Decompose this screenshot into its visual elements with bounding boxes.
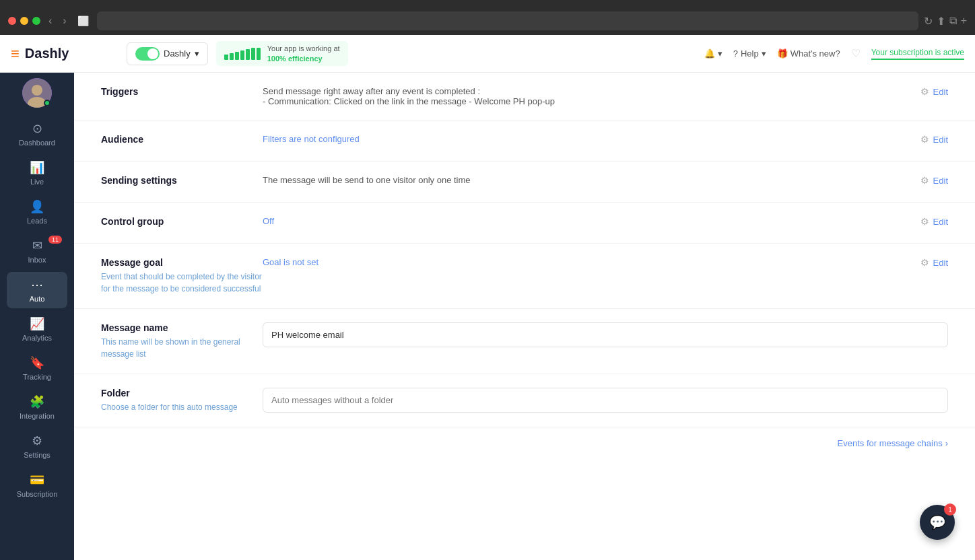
nav-right: 🔔 ▾ ? Help ▾ 🎁 What's new? ♡ Your subscr… xyxy=(704,47,964,60)
maximize-button[interactable] xyxy=(32,17,40,25)
sidebar-item-wrapper-settings: ⚙ Settings xyxy=(7,428,67,464)
triggers-edit-button[interactable]: Edit xyxy=(933,87,948,97)
message-name-label-col: Message name This name will be shown in … xyxy=(101,322,263,360)
sidebar-item-tracking[interactable]: 🔖 Tracking xyxy=(7,350,67,386)
svg-point-1 xyxy=(32,85,42,96)
content-area: Triggers Send message right away after a… xyxy=(74,73,975,560)
triggers-section: Triggers Send message right away after a… xyxy=(74,73,975,120)
whats-new-button[interactable]: 🎁 What's new? xyxy=(777,48,840,59)
sending-settings-section: Sending settings The message will be sen… xyxy=(74,162,975,203)
audience-section: Audience Filters are not configured ⚙ Ed… xyxy=(74,120,975,162)
sidebar-item-wrapper-auto: ⋯ Auto xyxy=(7,272,67,308)
bar-6 xyxy=(251,48,255,60)
efficiency-badge: Your app is working at 100% efficiency xyxy=(216,41,348,66)
sidebar-item-leads[interactable]: 👤 Leads xyxy=(7,194,67,230)
sidebar-item-wrapper-analytics: 📈 Analytics xyxy=(7,311,67,347)
triggers-label: Triggers xyxy=(101,86,263,97)
refresh-button[interactable]: ↻ xyxy=(924,15,933,28)
subscription-icon: 💳 xyxy=(30,473,44,487)
events-chain-link[interactable]: Events for message chains › xyxy=(74,427,975,459)
chat-badge: 1 xyxy=(944,503,956,516)
minimize-button[interactable] xyxy=(20,17,28,25)
efficiency-line1: Your app is working at xyxy=(267,44,340,53)
integration-icon: 🧩 xyxy=(30,394,44,409)
folder-sub: Choose a folder for this auto message xyxy=(101,401,263,413)
sending-settings-edit-button[interactable]: Edit xyxy=(933,176,948,186)
message-name-input[interactable] xyxy=(263,322,948,347)
sidebar-item-wrapper-tracking: 🔖 Tracking xyxy=(7,350,67,386)
triggers-line2: - Communication: Clicked on the link in … xyxy=(263,96,907,106)
bar-1 xyxy=(224,55,228,60)
new-tab-button[interactable]: ⧉ xyxy=(949,15,957,27)
analytics-icon: 📈 xyxy=(30,316,44,331)
heart-button[interactable]: ♡ xyxy=(851,47,861,60)
triggers-gear-icon: ⚙ xyxy=(920,86,929,97)
triggers-actions: ⚙ Edit xyxy=(920,86,948,97)
bar-4 xyxy=(240,50,244,60)
sending-settings-gear-icon: ⚙ xyxy=(920,175,929,186)
toggle-switch[interactable] xyxy=(135,47,160,61)
close-button[interactable] xyxy=(8,17,16,25)
triggers-content: Send message right away after any event … xyxy=(263,86,907,106)
help-icon: ? xyxy=(733,48,738,59)
toggle-knob xyxy=(147,48,158,59)
browser-actions: ↻ ⬆ ⧉ + xyxy=(924,15,967,28)
sidebar-label-inbox: Inbox xyxy=(28,256,46,264)
sidebar-item-integration[interactable]: 🧩 Integration xyxy=(7,389,67,425)
main-layout: ⊙ Dashboard 📊 Live 👤 Leads ✉ Inb xyxy=(0,73,975,560)
folder-label-col: Folder Choose a folder for this auto mes… xyxy=(101,388,263,413)
sidebar-label-subscription: Subscription xyxy=(17,490,58,498)
chat-widget[interactable]: 1 💬 xyxy=(920,505,955,540)
battery-bars xyxy=(224,48,261,60)
sidebar-item-live[interactable]: 📊 Live xyxy=(7,155,67,191)
message-goal-label: Message goal xyxy=(101,257,263,268)
control-group-edit-button[interactable]: Edit xyxy=(933,217,948,227)
audience-value: Filters are not configured xyxy=(263,134,360,144)
sending-settings-actions: ⚙ Edit xyxy=(920,175,948,186)
efficiency-text: Your app is working at 100% efficiency xyxy=(267,44,340,63)
audience-edit-button[interactable]: Edit xyxy=(933,135,948,145)
message-goal-edit-button[interactable]: Edit xyxy=(933,258,948,268)
online-indicator xyxy=(44,100,51,106)
efficiency-line2: 100% efficiency xyxy=(267,54,340,63)
chat-icon: 💬 xyxy=(929,514,946,530)
sidebar-item-subscription[interactable]: 💳 Subscription xyxy=(7,467,67,503)
workspace-selector[interactable]: Dashly ▾ xyxy=(127,42,208,65)
forward-button[interactable]: › xyxy=(60,12,69,30)
sidebar-item-inbox[interactable]: ✉ Inbox 11 xyxy=(7,233,67,269)
logo-icon: ≡ xyxy=(11,45,20,63)
sidebar-item-analytics[interactable]: 📈 Analytics xyxy=(7,311,67,347)
logo-area: ≡ Dashly xyxy=(11,45,119,63)
bell-button[interactable]: 🔔 ▾ xyxy=(704,48,722,59)
bar-7 xyxy=(257,48,261,60)
sidebar-label-auto: Auto xyxy=(30,295,45,303)
sidebar-toggle-button[interactable]: ⬜ xyxy=(75,13,92,29)
dashboard-icon: ⊙ xyxy=(32,121,42,136)
logo-text: Dashly xyxy=(25,46,69,61)
avatar-area xyxy=(22,78,52,108)
bar-3 xyxy=(235,52,239,60)
sidebar-item-settings[interactable]: ⚙ Settings xyxy=(7,428,67,464)
folder-label: Folder xyxy=(101,388,263,398)
inbox-badge: 11 xyxy=(48,236,62,244)
add-tab-button[interactable]: + xyxy=(961,15,967,27)
address-bar[interactable] xyxy=(97,11,918,30)
auto-icon: ⋯ xyxy=(31,277,43,292)
whats-new-label: What's new? xyxy=(791,48,840,59)
help-button[interactable]: ? Help ▾ xyxy=(733,48,766,59)
folder-input[interactable] xyxy=(263,388,948,413)
browser-chrome: ‹ › ⬜ ↻ ⬆ ⧉ + xyxy=(0,0,975,35)
app-wrapper: ≡ Dashly Dashly ▾ Your ap xyxy=(0,35,975,560)
back-button[interactable]: ‹ xyxy=(46,12,55,30)
sidebar-item-dashboard[interactable]: ⊙ Dashboard xyxy=(7,116,67,152)
settings-icon: ⚙ xyxy=(32,433,42,448)
gift-icon: 🎁 xyxy=(777,48,788,59)
sidebar-item-auto[interactable]: ⋯ Auto xyxy=(7,272,67,308)
message-goal-content: Goal is not set xyxy=(263,257,907,267)
triggers-label-col: Triggers xyxy=(101,86,263,100)
share-button[interactable]: ⬆ xyxy=(937,15,945,28)
control-group-label-col: Control group xyxy=(101,216,263,230)
bar-5 xyxy=(246,49,250,60)
sidebar-item-wrapper-subscription: 💳 Subscription xyxy=(7,467,67,503)
message-goal-label-col: Message goal Event that should be comple… xyxy=(101,257,263,295)
